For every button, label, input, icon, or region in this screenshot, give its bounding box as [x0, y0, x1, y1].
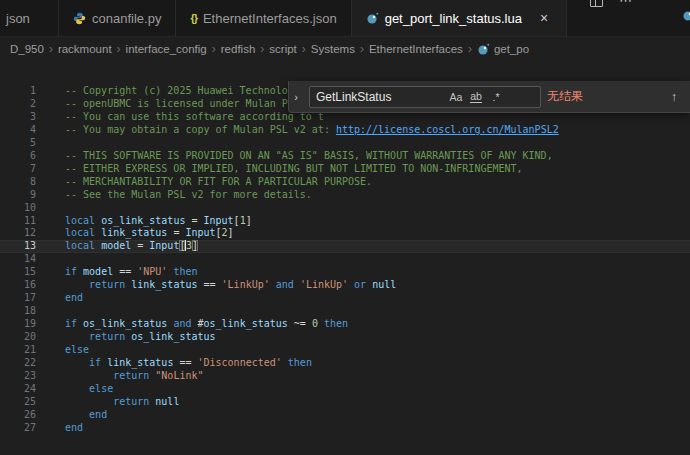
code-line[interactable]: 6-- THIS SOFTWARE IS PROVIDED ON AN "AS … — [0, 150, 690, 163]
tab-EthernetInterfaces.json[interactable]: {}EthernetInterfaces.json — [176, 0, 351, 36]
more-actions-icon[interactable]: ⋯ — [619, 0, 632, 5]
editor-actions: ⋯ — [590, 0, 632, 8]
breadcrumb-item-label: Systems — [311, 43, 355, 55]
toggle-replace-icon[interactable]: › — [289, 81, 303, 112]
breadcrumb-separator: › — [300, 42, 308, 56]
line-number: 2 — [0, 98, 36, 111]
breadcrumb-item-label: EthernetInterfaces — [369, 43, 463, 55]
breadcrumb-item-label: D_950 — [10, 43, 44, 55]
breadcrumb-item-label: get_po — [494, 43, 529, 55]
breadcrumb-item-rackmount[interactable]: rackmount — [58, 43, 112, 55]
tab-get_port_link_status.lua[interactable]: get_port_link_status.lua× — [352, 0, 567, 36]
split-editor-icon[interactable] — [590, 0, 603, 7]
line-content: return "NoLink" — [36, 370, 204, 383]
line-content: -- openUBMC is licensed under Mulan PSL … — [36, 98, 318, 111]
breadcrumb-item-D_950[interactable]: D_950 — [10, 43, 44, 55]
find-input-box: Aa ab .* — [309, 86, 541, 108]
breadcrumb-item-label: redfish — [221, 43, 256, 55]
code-line[interactable]: 22 if link_status == 'Disconnected' then — [0, 357, 690, 370]
breadcrumb-item-label: interface_config — [126, 43, 207, 55]
code-line[interactable]: 24 else — [0, 383, 690, 396]
line-content: end — [36, 292, 83, 305]
breadcrumb-item-Systems[interactable]: Systems — [311, 43, 355, 55]
code-line[interactable]: 13local model = Input[3] — [0, 240, 690, 253]
whole-word-icon[interactable]: ab — [466, 88, 486, 106]
line-number: 9 — [0, 189, 36, 202]
code-line[interactable]: 12local link_status = Input[2] — [0, 227, 690, 240]
previous-match-icon[interactable]: ↑ — [664, 87, 684, 107]
breadcrumb-separator: › — [358, 42, 366, 56]
lua-icon — [477, 43, 490, 56]
line-number: 23 — [0, 370, 36, 383]
line-number: 14 — [0, 253, 36, 266]
code-line[interactable]: 8-- MERCHANTABILITY OR FIT FOR A PARTICU… — [0, 176, 690, 189]
line-number: 3 — [0, 111, 36, 124]
line-number: 11 — [0, 215, 36, 228]
breadcrumb-item-get_po[interactable]: get_po — [477, 43, 529, 56]
regex-icon[interactable]: .* — [486, 88, 506, 106]
code-line[interactable]: 7-- EITHER EXPRESS OR IMPLIED, INCLUDING… — [0, 163, 690, 176]
line-number: 6 — [0, 150, 36, 163]
overflow-tab-lua-icon[interactable] — [682, 8, 690, 28]
code-line[interactable]: 17end — [0, 292, 690, 305]
line-number: 24 — [0, 383, 36, 396]
tab-json[interactable]: json — [0, 0, 59, 36]
line-content: -- You may obtain a copy of Mulan PSL v2… — [36, 124, 559, 137]
line-content: -- See the Mulan PSL v2 for more details… — [36, 189, 312, 202]
code-line[interactable]: 27end — [0, 422, 690, 435]
line-content — [36, 137, 65, 150]
line-number: 17 — [0, 292, 36, 305]
line-content: local os_link_status = Input[1] — [36, 215, 252, 228]
breadcrumb-item-interface_config[interactable]: interface_config — [126, 43, 207, 55]
code-line[interactable]: 16 return link_status == 'LinkUp' and 'L… — [0, 279, 690, 292]
find-input[interactable] — [316, 90, 446, 104]
line-content: local model = Input[3] — [36, 240, 198, 253]
breadcrumb-item-redfish[interactable]: redfish — [221, 43, 256, 55]
code-line[interactable]: 10 — [0, 202, 690, 215]
code-line[interactable]: 14 — [0, 253, 690, 266]
line-number: 27 — [0, 422, 36, 435]
tab-conanfile.py[interactable]: conanfile.py — [59, 0, 176, 36]
breadcrumb-item-EthernetInterfaces[interactable]: EthernetInterfaces — [369, 43, 463, 55]
code-line[interactable]: 21else — [0, 344, 690, 357]
breadcrumb: D_950›rackmount›interface_config›redfish… — [0, 37, 690, 61]
code-line[interactable]: 23 return "NoLink" — [0, 370, 690, 383]
line-content: -- THIS SOFTWARE IS PROVIDED ON AN "AS I… — [36, 150, 553, 163]
breadcrumb-separator: › — [47, 42, 55, 56]
code-line[interactable]: 15if model == 'NPU' then — [0, 266, 690, 279]
breadcrumb-separator: › — [210, 42, 218, 56]
find-results-label: 无结果 — [547, 88, 583, 105]
tab-label: EthernetInterfaces.json — [203, 11, 337, 26]
code-line[interactable]: 19if os_link_status and #os_link_status … — [0, 318, 690, 331]
line-number: 7 — [0, 163, 36, 176]
line-content: end — [36, 422, 83, 435]
breadcrumb-separator: › — [258, 42, 266, 56]
code-line[interactable]: 9-- See the Mulan PSL v2 for more detail… — [0, 189, 690, 202]
code-editor[interactable]: › Aa ab .* 无结果 ↑ 1-- Copyright (c) 2025 … — [0, 61, 690, 455]
close-tab-icon[interactable]: × — [536, 10, 552, 26]
code-line[interactable]: 18 — [0, 305, 690, 318]
line-number: 5 — [0, 137, 36, 150]
line-content — [36, 253, 65, 266]
code-line[interactable]: 26 end — [0, 409, 690, 422]
line-number: 20 — [0, 331, 36, 344]
line-content — [36, 202, 65, 215]
tab-bar: jsonconanfile.py{}EthernetInterfaces.jso… — [0, 0, 690, 37]
line-number: 18 — [0, 305, 36, 318]
code-line[interactable]: 20 return os_link_status — [0, 331, 690, 344]
code-line[interactable]: 5 — [0, 137, 690, 150]
breadcrumb-item-script[interactable]: script — [269, 43, 296, 55]
line-content — [36, 305, 65, 318]
line-content: return null — [36, 396, 179, 409]
breadcrumb-item-label: rackmount — [58, 43, 112, 55]
line-number: 10 — [0, 202, 36, 215]
code-line[interactable]: 25 return null — [0, 396, 690, 409]
line-number: 26 — [0, 409, 36, 422]
code-line[interactable]: 11local os_link_status = Input[1] — [0, 215, 690, 228]
line-content: if model == 'NPU' then — [36, 266, 198, 279]
line-content: if link_status == 'Disconnected' then — [36, 357, 312, 370]
tab-label: conanfile.py — [92, 11, 161, 26]
match-case-icon[interactable]: Aa — [446, 88, 466, 106]
code-line[interactable]: 4-- You may obtain a copy of Mulan PSL v… — [0, 124, 690, 137]
line-content: end — [36, 409, 107, 422]
